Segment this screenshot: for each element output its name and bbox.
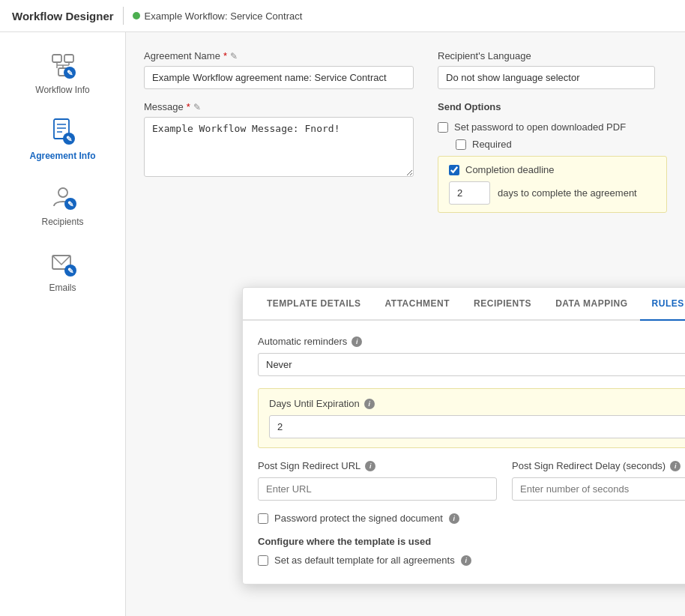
agreement-name-input[interactable] bbox=[144, 66, 414, 89]
send-options-section: Send Options Set password to open downlo… bbox=[438, 101, 667, 213]
post-sign-row: Post Sign Redirect URL i Post Sign Redir… bbox=[258, 460, 685, 501]
modal-tabs: TEMPLATE DETAILS ATTACHMENT RECIPIENTS D… bbox=[243, 288, 685, 321]
message-label: Message * ✎ bbox=[144, 101, 414, 112]
agreement-name-field: Agreement Name * ✎ bbox=[144, 50, 414, 89]
post-sign-delay-input[interactable] bbox=[512, 477, 685, 501]
expiration-input[interactable] bbox=[269, 415, 685, 438]
svg-text:✎: ✎ bbox=[67, 200, 73, 208]
set-password-row: Set password to open downloaded PDF bbox=[438, 121, 667, 133]
post-sign-delay-info-icon: i bbox=[670, 461, 681, 471]
modal-dialog: TEMPLATE DETAILS ATTACHMENT RECIPIENTS D… bbox=[242, 287, 685, 585]
agreement-form: Agreement Name * ✎ Message * ✎ Example W… bbox=[144, 50, 667, 213]
completion-deadline-label: Completion deadline bbox=[465, 164, 555, 175]
divider bbox=[123, 7, 124, 25]
sidebar-item-label-emails: Emails bbox=[49, 283, 76, 293]
svg-text:✎: ✎ bbox=[66, 135, 72, 143]
sidebar-item-label-agreement-info: Agreement Info bbox=[29, 151, 95, 161]
expiration-label: Days Until Expiration i bbox=[269, 398, 685, 409]
app-title: Workflow Designer bbox=[12, 10, 114, 22]
tab-rules[interactable]: RULES bbox=[640, 288, 685, 321]
post-sign-url-input[interactable] bbox=[258, 477, 497, 501]
password-protect-row: Password protect the signed document i bbox=[258, 513, 685, 524]
emails-icon: ✎ bbox=[48, 248, 78, 278]
message-input[interactable]: Example Workflow Message: Fnord! bbox=[144, 117, 414, 177]
svg-rect-0 bbox=[52, 55, 61, 62]
sidebar-item-agreement-info[interactable]: ✎ Agreement Info bbox=[0, 106, 125, 172]
message-edit-icon[interactable]: ✎ bbox=[193, 102, 201, 112]
recipient-language-label: Recipient's Language bbox=[438, 50, 667, 61]
status-dot bbox=[133, 12, 140, 19]
automatic-reminders-field: Automatic reminders i Never Every day Ev… bbox=[258, 336, 685, 376]
workflow-name: Example Workflow: Service Contract bbox=[145, 10, 303, 22]
send-options-title: Send Options bbox=[438, 101, 667, 112]
main-layout: ✎ Workflow Info ✎ Agreement Info bbox=[0, 32, 685, 616]
post-sign-url-info-icon: i bbox=[365, 461, 375, 471]
password-protect-checkbox[interactable] bbox=[258, 513, 268, 524]
set-password-checkbox[interactable] bbox=[438, 122, 448, 133]
recipient-language-field: Recipient's Language bbox=[438, 50, 667, 89]
required-row: Required bbox=[456, 139, 667, 150]
sidebar-item-recipients[interactable]: ✎ Recipients bbox=[0, 172, 125, 238]
automatic-reminders-select-wrapper: Never Every day Every 3 days Every week … bbox=[258, 353, 685, 376]
post-sign-delay-col: Post Sign Redirect Delay (seconds) i bbox=[512, 460, 685, 501]
svg-point-15 bbox=[58, 188, 67, 197]
automatic-reminders-label: Automatic reminders i bbox=[258, 336, 685, 347]
set-password-label: Set password to open downloaded PDF bbox=[454, 121, 626, 133]
top-bar: Workflow Designer Example Workflow: Serv… bbox=[0, 0, 685, 32]
sidebar-item-workflow-info[interactable]: ✎ Workflow Info bbox=[0, 40, 125, 106]
form-right-col: Recipient's Language Send Options Set pa… bbox=[438, 50, 667, 213]
expiration-box: Days Until Expiration i bbox=[258, 388, 685, 448]
post-sign-delay-label: Post Sign Redirect Delay (seconds) i bbox=[512, 460, 685, 471]
automatic-reminders-select[interactable]: Never Every day Every 3 days Every week bbox=[258, 353, 685, 376]
workflow-badge: Example Workflow: Service Contract bbox=[133, 10, 303, 22]
message-required-star: * bbox=[187, 101, 190, 112]
configure-title: Configure where the template is used bbox=[258, 536, 685, 547]
tab-data-mapping[interactable]: DATA MAPPING bbox=[543, 288, 639, 321]
svg-text:✎: ✎ bbox=[67, 69, 73, 77]
agreement-info-icon: ✎ bbox=[48, 116, 78, 146]
agreement-name-label: Agreement Name * ✎ bbox=[144, 50, 414, 61]
configure-section: Configure where the template is used Set… bbox=[258, 536, 685, 566]
sidebar-item-label-workflow-info: Workflow Info bbox=[35, 85, 89, 95]
completion-deadline-checkbox[interactable] bbox=[449, 165, 459, 175]
recipient-language-input[interactable] bbox=[438, 66, 655, 89]
completion-deadline-box: Completion deadline days to complete the… bbox=[438, 156, 667, 213]
post-sign-url-col: Post Sign Redirect URL i bbox=[258, 460, 497, 501]
days-to-complete-label: days to complete the agreement bbox=[498, 187, 637, 199]
sidebar-item-label-recipients: Recipients bbox=[41, 217, 83, 227]
tab-attachment[interactable]: ATTACHMENT bbox=[373, 288, 462, 321]
post-sign-url-label: Post Sign Redirect URL i bbox=[258, 460, 497, 471]
svg-rect-1 bbox=[64, 55, 73, 62]
default-template-row: Set as default template for all agreemen… bbox=[258, 555, 685, 566]
password-protect-label: Password protect the signed document bbox=[274, 513, 443, 524]
sidebar: ✎ Workflow Info ✎ Agreement Info bbox=[0, 32, 126, 616]
completion-deadline-row: Completion deadline bbox=[449, 164, 656, 175]
required-checkbox[interactable] bbox=[456, 139, 466, 150]
recipients-icon: ✎ bbox=[48, 182, 78, 212]
form-left-col: Agreement Name * ✎ Message * ✎ Example W… bbox=[144, 50, 414, 213]
deadline-days-input[interactable] bbox=[449, 181, 490, 205]
sidebar-item-emails[interactable]: ✎ Emails bbox=[0, 238, 125, 304]
svg-text:✎: ✎ bbox=[67, 267, 73, 275]
deadline-days-row: days to complete the agreement bbox=[449, 181, 656, 205]
tab-recipients[interactable]: RECIPIENTS bbox=[462, 288, 543, 321]
default-template-info-icon: i bbox=[461, 555, 471, 566]
expiration-info-icon: i bbox=[364, 399, 375, 409]
workflow-info-icon: ✎ bbox=[48, 50, 78, 80]
password-protect-info-icon: i bbox=[449, 513, 459, 524]
required-label: Required bbox=[472, 139, 512, 150]
message-field: Message * ✎ Example Workflow Message: Fn… bbox=[144, 101, 414, 180]
tab-template-details[interactable]: TEMPLATE DETAILS bbox=[255, 288, 373, 321]
automatic-reminders-info-icon: i bbox=[351, 336, 362, 347]
agreement-name-edit-icon[interactable]: ✎ bbox=[230, 51, 238, 61]
required-star: * bbox=[223, 50, 227, 61]
default-template-checkbox[interactable] bbox=[258, 555, 268, 566]
content-area: Agreement Name * ✎ Message * ✎ Example W… bbox=[126, 32, 685, 616]
modal-body: Automatic reminders i Never Every day Ev… bbox=[243, 321, 685, 584]
default-template-label: Set as default template for all agreemen… bbox=[274, 555, 455, 566]
